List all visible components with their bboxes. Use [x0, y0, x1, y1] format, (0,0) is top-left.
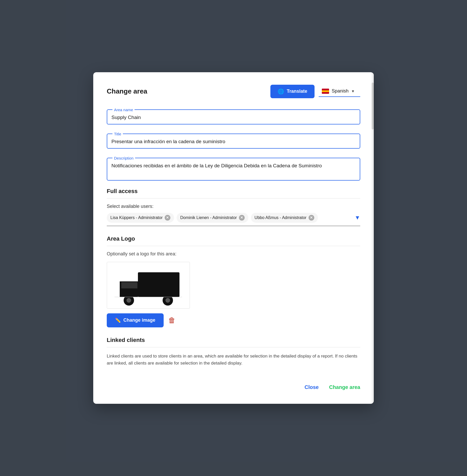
description-textarea[interactable] [111, 161, 356, 176]
area-name-input[interactable] [111, 113, 356, 121]
remove-user-1-button[interactable]: ✕ [239, 215, 245, 221]
modal-backdrop: Change area 🌐 Translate Spanish ▼ Area n… [0, 0, 467, 476]
users-chips-row: Lisa Küppers - Administrator ✕ Dominik L… [107, 213, 360, 226]
linked-clients-divider [107, 347, 360, 347]
change-image-label: Change image [123, 318, 155, 323]
logo-actions: ✏️ Change image 🗑 [107, 313, 360, 327]
truck-logo-svg [112, 265, 185, 306]
user-chip-label-1: Dominik Lienen - Administrator [180, 215, 237, 220]
svg-point-6 [165, 298, 170, 303]
area-logo-divider [107, 246, 360, 246]
change-area-modal: Change area 🌐 Translate Spanish ▼ Area n… [93, 72, 374, 404]
user-chip-0: Lisa Küppers - Administrator ✕ [107, 213, 174, 223]
full-access-divider [107, 198, 360, 199]
translate-label: Translate [287, 89, 307, 94]
area-logo-title: Area Logo [107, 235, 360, 242]
description-label: Description [112, 156, 135, 160]
linked-clients-title: Linked clients [107, 337, 360, 343]
change-area-button[interactable]: Change area [329, 384, 360, 390]
trash-icon: 🗑 [168, 316, 176, 324]
delete-logo-button[interactable]: 🗑 [168, 316, 176, 325]
modal-footer: Close Change area [107, 376, 360, 390]
modal-title: Change area [107, 87, 147, 95]
close-button[interactable]: Close [304, 384, 318, 390]
user-chip-1: Dominik Lienen - Administrator ✕ [177, 213, 248, 223]
logo-description: Optionally set a logo for this area: [107, 251, 360, 257]
header-right: 🌐 Translate Spanish ▼ [270, 85, 360, 98]
chevron-down-icon: ▼ [351, 89, 355, 93]
remove-user-0-button[interactable]: ✕ [165, 215, 170, 221]
modal-header: Change area 🌐 Translate Spanish ▼ [107, 85, 360, 98]
spanish-flag-icon [322, 89, 329, 94]
area-name-field: Area name [107, 108, 360, 124]
area-logo-section: Area Logo Optionally set a logo for this… [107, 235, 360, 327]
scrollbar-track[interactable] [372, 72, 374, 404]
logo-preview [107, 262, 190, 309]
users-dropdown-arrow[interactable]: ▼ [355, 214, 360, 221]
svg-rect-0 [138, 272, 179, 297]
linked-clients-section: Linked clients Linked clients are used t… [107, 337, 360, 367]
title-field: Title [107, 132, 360, 149]
svg-point-4 [126, 298, 131, 303]
scrollbar-thumb[interactable] [372, 83, 374, 129]
language-select[interactable]: Spanish ▼ [319, 86, 360, 97]
title-input[interactable] [111, 137, 356, 145]
remove-user-2-button[interactable]: ✕ [309, 215, 314, 221]
area-name-label: Area name [112, 108, 135, 112]
full-access-title: Full access [107, 188, 360, 195]
description-field: Description [107, 156, 360, 181]
user-chip-label-2: Ubbo Aßmus - Administrator [255, 215, 306, 220]
linked-clients-description: Linked clients are used to store clients… [107, 353, 360, 367]
translate-icon: 🌐 [278, 88, 284, 95]
translate-button[interactable]: 🌐 Translate [270, 85, 315, 98]
svg-marker-2 [121, 282, 137, 288]
title-label: Title [112, 132, 123, 136]
full-access-section: Full access Select available users: Lisa… [107, 188, 360, 226]
select-users-label: Select available users: [107, 204, 360, 209]
chips-container: Lisa Küppers - Administrator ✕ Dominik L… [107, 213, 352, 223]
language-label: Spanish [332, 88, 349, 94]
change-image-button[interactable]: ✏️ Change image [107, 313, 164, 327]
user-chip-2: Ubbo Aßmus - Administrator ✕ [251, 213, 318, 223]
user-chip-label-0: Lisa Küppers - Administrator [110, 215, 163, 220]
pencil-icon: ✏️ [115, 318, 121, 323]
